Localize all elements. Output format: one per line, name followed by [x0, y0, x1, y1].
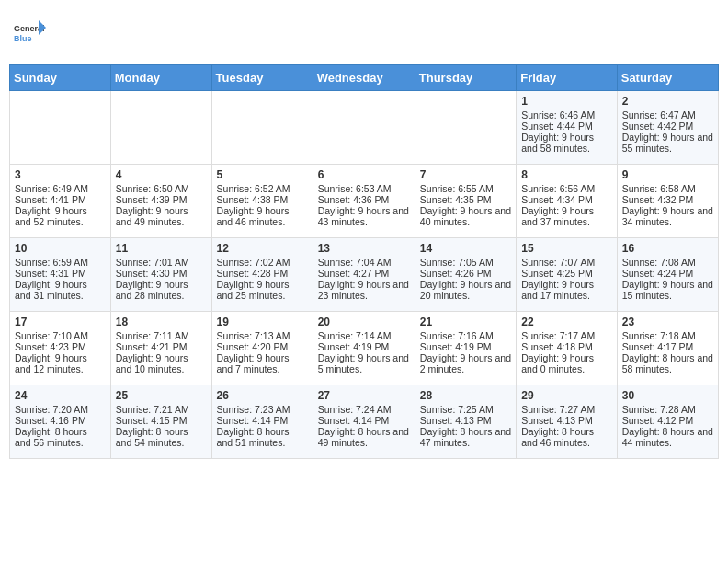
- cell-content-line: Sunrise: 7:10 AM: [15, 330, 106, 341]
- cell-content-line: Sunrise: 6:59 AM: [15, 257, 106, 268]
- calendar-cell: [313, 91, 415, 165]
- day-number: 5: [217, 168, 308, 181]
- cell-content-line: Daylight: 8 hours and 47 minutes.: [420, 426, 511, 448]
- day-number: 4: [116, 168, 207, 181]
- day-number: 17: [15, 316, 106, 328]
- calendar-cell: 10Sunrise: 6:59 AMSunset: 4:31 PMDayligh…: [10, 238, 111, 312]
- day-number: 3: [15, 168, 106, 181]
- weekday-header: Saturday: [617, 65, 718, 91]
- calendar-cell: 16Sunrise: 7:08 AMSunset: 4:24 PMDayligh…: [617, 238, 718, 312]
- day-number: 13: [318, 242, 410, 255]
- cell-content-line: Daylight: 9 hours and 43 minutes.: [318, 205, 410, 227]
- cell-content-line: Sunset: 4:38 PM: [217, 194, 308, 205]
- weekday-header: Tuesday: [211, 65, 313, 91]
- day-number: 23: [622, 316, 713, 328]
- calendar-cell: 26Sunrise: 7:23 AMSunset: 4:14 PMDayligh…: [211, 385, 313, 459]
- cell-content-line: Sunset: 4:18 PM: [521, 341, 612, 352]
- day-number: 12: [217, 242, 308, 255]
- cell-content-line: Daylight: 8 hours and 58 minutes.: [622, 352, 713, 374]
- calendar-cell: 20Sunrise: 7:14 AMSunset: 4:19 PMDayligh…: [313, 312, 415, 385]
- cell-content-line: Sunrise: 7:05 AM: [420, 257, 511, 268]
- calendar-cell: 12Sunrise: 7:02 AMSunset: 4:28 PMDayligh…: [211, 238, 313, 312]
- cell-content-line: Sunset: 4:31 PM: [15, 268, 106, 279]
- cell-content-line: Daylight: 9 hours and 40 minutes.: [420, 205, 511, 227]
- cell-content-line: Sunrise: 7:27 AM: [521, 404, 612, 415]
- cell-content-line: Daylight: 9 hours and 25 minutes.: [217, 279, 308, 301]
- calendar-cell: 13Sunrise: 7:04 AMSunset: 4:27 PMDayligh…: [313, 238, 415, 312]
- day-number: 28: [420, 389, 511, 402]
- cell-content-line: Sunrise: 7:23 AM: [217, 404, 308, 415]
- day-number: 10: [15, 242, 106, 255]
- day-number: 30: [622, 389, 713, 402]
- cell-content-line: Daylight: 9 hours and 34 minutes.: [622, 205, 713, 227]
- day-number: 9: [622, 168, 713, 181]
- cell-content-line: Daylight: 9 hours and 23 minutes.: [318, 279, 410, 301]
- calendar-cell: [10, 91, 111, 165]
- cell-content-line: Sunset: 4:12 PM: [622, 415, 713, 426]
- cell-content-line: Sunrise: 6:50 AM: [116, 183, 207, 194]
- day-number: 24: [15, 389, 106, 402]
- day-number: 20: [318, 316, 410, 328]
- cell-content-line: Sunset: 4:19 PM: [420, 341, 511, 352]
- cell-content-line: Daylight: 9 hours and 55 minutes.: [622, 132, 713, 154]
- cell-content-line: Sunset: 4:44 PM: [521, 121, 612, 132]
- cell-content-line: Sunrise: 7:28 AM: [622, 404, 713, 415]
- cell-content-line: Sunrise: 7:20 AM: [15, 404, 106, 415]
- cell-content-line: Daylight: 9 hours and 28 minutes.: [116, 279, 207, 301]
- calendar-table: SundayMondayTuesdayWednesdayThursdayFrid…: [9, 64, 719, 459]
- day-number: 18: [116, 316, 207, 328]
- cell-content-line: Daylight: 9 hours and 17 minutes.: [521, 279, 612, 301]
- weekday-header: Friday: [517, 65, 618, 91]
- calendar-cell: 1Sunrise: 6:46 AMSunset: 4:44 PMDaylight…: [517, 91, 618, 165]
- cell-content-line: Sunset: 4:39 PM: [116, 194, 207, 205]
- calendar-cell: 25Sunrise: 7:21 AMSunset: 4:15 PMDayligh…: [110, 385, 211, 459]
- calendar-cell: 18Sunrise: 7:11 AMSunset: 4:21 PMDayligh…: [110, 312, 211, 385]
- calendar-cell: 14Sunrise: 7:05 AMSunset: 4:26 PMDayligh…: [415, 238, 516, 312]
- cell-content-line: Daylight: 8 hours and 54 minutes.: [116, 426, 207, 448]
- day-number: 1: [521, 95, 612, 108]
- cell-content-line: Sunset: 4:35 PM: [420, 194, 511, 205]
- cell-content-line: Daylight: 8 hours and 51 minutes.: [217, 426, 308, 448]
- calendar-cell: 9Sunrise: 6:58 AMSunset: 4:32 PMDaylight…: [617, 165, 718, 238]
- day-number: 29: [521, 389, 612, 402]
- calendar-cell: 19Sunrise: 7:13 AMSunset: 4:20 PMDayligh…: [211, 312, 313, 385]
- day-number: 6: [318, 168, 410, 181]
- weekday-header: Thursday: [415, 65, 516, 91]
- cell-content-line: Daylight: 9 hours and 12 minutes.: [15, 352, 106, 374]
- cell-content-line: Sunset: 4:13 PM: [420, 415, 511, 426]
- cell-content-line: Daylight: 8 hours and 49 minutes.: [318, 426, 410, 448]
- cell-content-line: Sunset: 4:24 PM: [622, 268, 713, 279]
- svg-rect-0: [13, 17, 46, 50]
- cell-content-line: Sunrise: 6:47 AM: [622, 109, 713, 121]
- calendar-cell: 30Sunrise: 7:28 AMSunset: 4:12 PMDayligh…: [617, 385, 718, 459]
- calendar-week-row: 24Sunrise: 7:20 AMSunset: 4:16 PMDayligh…: [10, 385, 719, 459]
- cell-content-line: Sunset: 4:32 PM: [622, 194, 713, 205]
- calendar-header-row: SundayMondayTuesdayWednesdayThursdayFrid…: [10, 65, 719, 91]
- calendar-cell: [415, 91, 516, 165]
- svg-text:Blue: Blue: [14, 34, 32, 43]
- day-number: 16: [622, 242, 713, 255]
- cell-content-line: Sunset: 4:26 PM: [420, 268, 511, 279]
- cell-content-line: Sunrise: 6:46 AM: [521, 109, 612, 121]
- day-number: 26: [217, 389, 308, 402]
- calendar-week-row: 1Sunrise: 6:46 AMSunset: 4:44 PMDaylight…: [10, 91, 719, 165]
- calendar-week-row: 17Sunrise: 7:10 AMSunset: 4:23 PMDayligh…: [10, 312, 719, 385]
- cell-content-line: Sunrise: 6:55 AM: [420, 183, 511, 194]
- cell-content-line: Sunrise: 6:49 AM: [15, 183, 106, 194]
- cell-content-line: Daylight: 9 hours and 5 minutes.: [318, 352, 410, 374]
- calendar-cell: 24Sunrise: 7:20 AMSunset: 4:16 PMDayligh…: [10, 385, 111, 459]
- cell-content-line: Daylight: 9 hours and 2 minutes.: [420, 352, 511, 374]
- cell-content-line: Sunset: 4:34 PM: [521, 194, 612, 205]
- logo-icon: General Blue: [13, 17, 46, 50]
- cell-content-line: Sunset: 4:28 PM: [217, 268, 308, 279]
- cell-content-line: Sunrise: 7:18 AM: [622, 330, 713, 341]
- calendar-cell: 7Sunrise: 6:55 AMSunset: 4:35 PMDaylight…: [415, 165, 516, 238]
- day-number: 15: [521, 242, 612, 255]
- calendar-cell: 4Sunrise: 6:50 AMSunset: 4:39 PMDaylight…: [110, 165, 211, 238]
- cell-content-line: Sunset: 4:14 PM: [217, 415, 308, 426]
- cell-content-line: Sunrise: 7:17 AM: [521, 330, 612, 341]
- day-number: 7: [420, 168, 511, 181]
- calendar-week-row: 3Sunrise: 6:49 AMSunset: 4:41 PMDaylight…: [10, 165, 719, 238]
- cell-content-line: Sunrise: 7:07 AM: [521, 257, 612, 268]
- cell-content-line: Sunrise: 7:08 AM: [622, 257, 713, 268]
